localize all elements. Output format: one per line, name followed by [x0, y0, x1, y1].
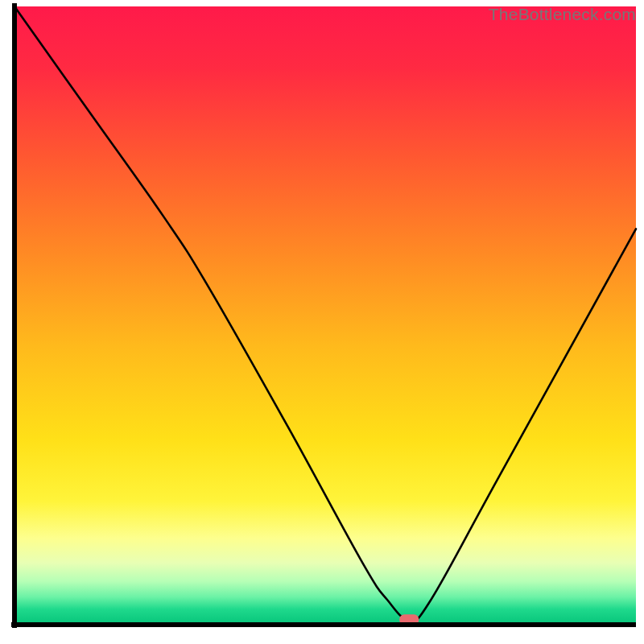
plot-area: [14, 6, 636, 625]
chart-container: TheBottleneck.com: [0, 0, 644, 644]
watermark-text: TheBottleneck.com: [489, 5, 636, 24]
bottleneck-curve: [14, 6, 636, 621]
chart-overlay: [14, 6, 636, 625]
